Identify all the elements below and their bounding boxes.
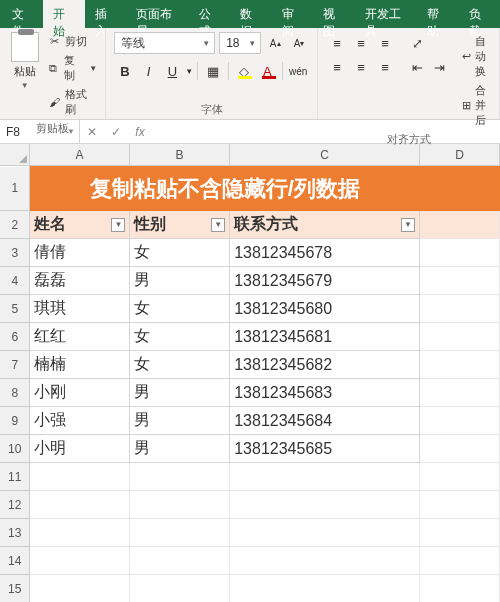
tab-1[interactable]: 开始: [43, 0, 84, 28]
cell-contact[interactable]: 13812345682: [230, 351, 420, 379]
cell[interactable]: [420, 547, 500, 575]
cell-contact[interactable]: 13812345684: [230, 407, 420, 435]
cell[interactable]: [420, 407, 500, 435]
cell-gender[interactable]: 男: [130, 267, 230, 295]
row-header-4[interactable]: 4: [0, 267, 30, 295]
font-size-select[interactable]: 18▼: [219, 32, 261, 54]
cell[interactable]: [420, 267, 500, 295]
row-header-15[interactable]: 15: [0, 575, 30, 603]
italic-button[interactable]: I: [138, 60, 160, 82]
select-all-corner[interactable]: [0, 144, 30, 166]
align-center-button[interactable]: ≡: [350, 56, 372, 78]
underline-button[interactable]: U: [161, 60, 183, 82]
cell[interactable]: [30, 547, 130, 575]
indent-increase-button[interactable]: ⇥: [428, 56, 450, 78]
cell[interactable]: [130, 491, 230, 519]
cell[interactable]: [130, 547, 230, 575]
tab-0[interactable]: 文件: [2, 0, 43, 28]
orientation-button[interactable]: ⤢: [406, 32, 428, 54]
cell[interactable]: [230, 519, 420, 547]
header-name[interactable]: 姓名▼: [30, 211, 130, 239]
row-header-9[interactable]: 9: [0, 407, 30, 435]
cell-contact[interactable]: 13812345685: [230, 435, 420, 463]
row-header-3[interactable]: 3: [0, 239, 30, 267]
cell[interactable]: [420, 295, 500, 323]
column-header-A[interactable]: A: [30, 144, 130, 166]
indent-decrease-button[interactable]: ⇤: [406, 56, 428, 78]
align-left-button[interactable]: ≡: [326, 56, 348, 78]
align-right-button[interactable]: ≡: [374, 56, 396, 78]
column-header-D[interactable]: D: [420, 144, 500, 166]
cell[interactable]: [30, 491, 130, 519]
bold-button[interactable]: B: [114, 60, 136, 82]
cell-contact[interactable]: 13812345679: [230, 267, 420, 295]
tab-9[interactable]: 帮助: [417, 0, 458, 28]
cell[interactable]: [420, 167, 500, 211]
cell[interactable]: [230, 575, 420, 603]
cell[interactable]: [30, 463, 130, 491]
cell-gender[interactable]: 女: [130, 239, 230, 267]
fx-button[interactable]: fx: [128, 125, 152, 139]
title-cell[interactable]: 复制粘贴不含隐藏行/列数据: [30, 167, 420, 211]
cell[interactable]: [420, 351, 500, 379]
grow-font-button[interactable]: A▴: [265, 32, 285, 54]
cell[interactable]: [30, 519, 130, 547]
row-header-8[interactable]: 8: [0, 379, 30, 407]
row-header-12[interactable]: 12: [0, 491, 30, 519]
row-header-1[interactable]: 1: [0, 167, 30, 211]
cell[interactable]: [420, 211, 500, 239]
cell[interactable]: [130, 575, 230, 603]
cell[interactable]: [420, 435, 500, 463]
column-header-C[interactable]: C: [230, 144, 420, 166]
cell-gender[interactable]: 男: [130, 435, 230, 463]
cell-gender[interactable]: 女: [130, 323, 230, 351]
cell-name[interactable]: 小刚: [30, 379, 130, 407]
filter-icon[interactable]: ▼: [111, 218, 125, 232]
tab-10[interactable]: 负载: [459, 0, 500, 28]
cell[interactable]: [30, 575, 130, 603]
tab-6[interactable]: 审阅: [272, 0, 313, 28]
cell-gender[interactable]: 女: [130, 351, 230, 379]
tab-4[interactable]: 公式: [189, 0, 230, 28]
cell-contact[interactable]: 13812345680: [230, 295, 420, 323]
cell[interactable]: [420, 239, 500, 267]
tab-5[interactable]: 数据: [230, 0, 271, 28]
cell[interactable]: [420, 379, 500, 407]
cell[interactable]: [230, 463, 420, 491]
cell[interactable]: [420, 463, 500, 491]
header-gender[interactable]: 性别▼: [130, 211, 230, 239]
cell-name[interactable]: 小明: [30, 435, 130, 463]
tab-3[interactable]: 页面布局: [126, 0, 189, 28]
enter-button[interactable]: ✓: [104, 125, 128, 139]
tab-7[interactable]: 视图: [313, 0, 354, 28]
cell[interactable]: [420, 519, 500, 547]
cell[interactable]: [130, 463, 230, 491]
cell[interactable]: [420, 575, 500, 603]
row-header-13[interactable]: 13: [0, 519, 30, 547]
cell-name[interactable]: 楠楠: [30, 351, 130, 379]
format-painter-button[interactable]: 🖌格式刷: [47, 85, 97, 119]
paste-button[interactable]: 粘贴 ▼: [8, 32, 41, 90]
cell-name[interactable]: 红红: [30, 323, 130, 351]
filter-icon[interactable]: ▼: [401, 218, 415, 232]
column-header-B[interactable]: B: [130, 144, 230, 166]
cell-gender[interactable]: 男: [130, 379, 230, 407]
cell[interactable]: [230, 491, 420, 519]
row-header-10[interactable]: 10: [0, 435, 30, 463]
row-header-2[interactable]: 2: [0, 211, 30, 239]
tab-8[interactable]: 开发工具: [355, 0, 418, 28]
cell[interactable]: [230, 547, 420, 575]
phonetic-button[interactable]: wén: [287, 60, 309, 82]
cell-name[interactable]: 磊磊: [30, 267, 130, 295]
cell[interactable]: [420, 323, 500, 351]
font-color-button[interactable]: A: [257, 60, 279, 82]
row-header-11[interactable]: 11: [0, 463, 30, 491]
cell-name[interactable]: 琪琪: [30, 295, 130, 323]
cell[interactable]: [130, 519, 230, 547]
fill-color-button[interactable]: ◇: [233, 60, 255, 82]
cell-name[interactable]: 倩倩: [30, 239, 130, 267]
cell-contact[interactable]: 13812345678: [230, 239, 420, 267]
filter-icon[interactable]: ▼: [211, 218, 225, 232]
row-header-7[interactable]: 7: [0, 351, 30, 379]
copy-button[interactable]: ⧉复制▼: [47, 51, 97, 85]
